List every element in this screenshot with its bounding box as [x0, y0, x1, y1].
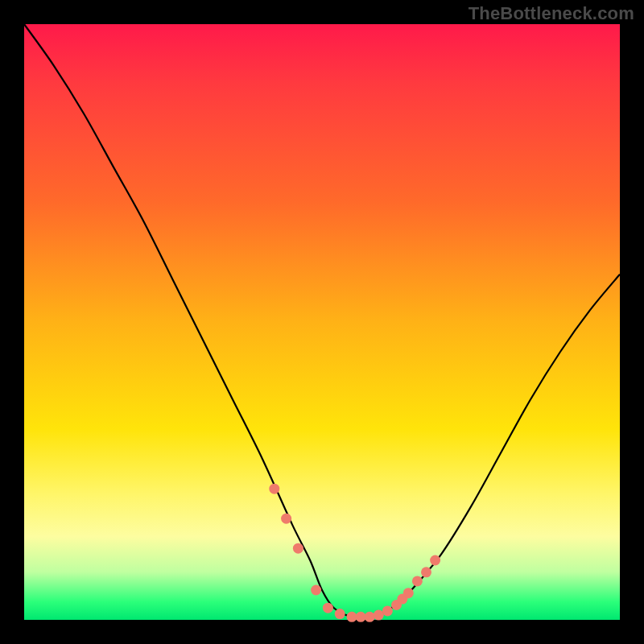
highlight-dot [335, 609, 345, 619]
highlight-dot [421, 567, 431, 577]
highlight-dot [347, 612, 357, 622]
highlight-dot [374, 610, 384, 621]
bottleneck-curve [24, 24, 620, 617]
watermark-text: TheBottleneck.com [469, 3, 634, 24]
highlight-dot [323, 603, 333, 613]
highlight-dot [382, 605, 393, 616]
chart-frame: TheBottleneck.com [0, 0, 644, 644]
highlight-dot [311, 585, 321, 596]
curve-layer [24, 24, 620, 620]
highlight-dot [365, 612, 375, 622]
highlight-dot [403, 588, 414, 598]
plot-area [24, 24, 620, 620]
highlight-dot [269, 484, 279, 494]
highlight-dot [281, 514, 291, 524]
highlight-dots [269, 484, 440, 622]
highlight-dot [430, 555, 440, 566]
highlight-dot [356, 612, 366, 622]
highlight-dot [293, 543, 303, 554]
highlight-dot [412, 576, 423, 586]
